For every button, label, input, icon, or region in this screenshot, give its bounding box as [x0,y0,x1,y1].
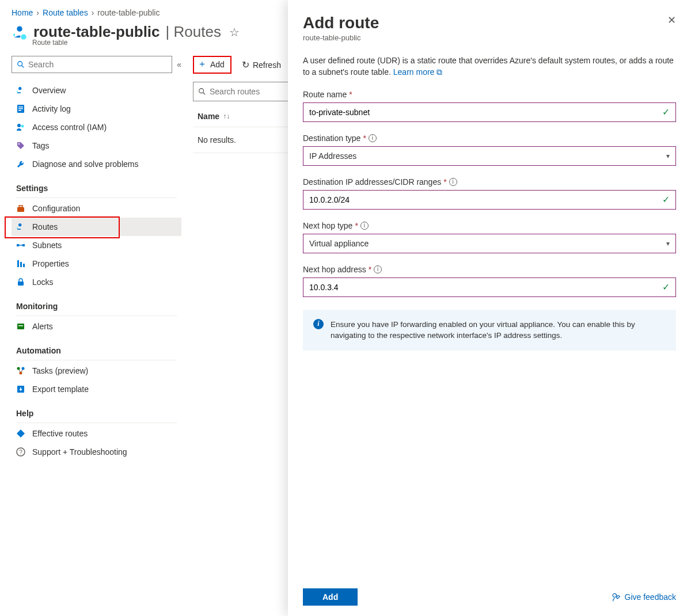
favorite-icon[interactable]: ☆ [229,25,240,39]
sidebar-item-label: Support + Troubleshooting [32,447,127,457]
sidebar-item-export-template[interactable]: Export template [12,380,181,398]
next-hop-type-select[interactable]: Virtual appliance ▾ [303,234,676,253]
field-route-name: Route name * ✓ [303,90,676,122]
people-icon [16,123,26,132]
svg-rect-7 [18,108,23,109]
alerts-icon [16,322,26,331]
svg-rect-8 [18,110,21,111]
sidebar-item-label: Subnets [32,241,62,250]
check-icon: ✓ [662,282,670,292]
sidebar: « Overview Activity log Access control (… [12,56,181,461]
info-notice: i Ensure you have IP forwarding enabled … [303,310,676,351]
panel-subtitle: route-table-public [303,33,379,42]
svg-rect-15 [17,229,21,230]
learn-more-link[interactable]: Learn more ⧉ [393,67,442,77]
sidebar-item-label: Diagnose and solve problems [32,159,138,169]
panel-description: A user defined route (UDR) is a static r… [303,55,676,78]
svg-point-11 [18,143,20,145]
sidebar-item-label: Effective routes [32,429,88,438]
route-name-input[interactable] [309,108,662,117]
tag-icon [16,141,26,150]
sidebar-item-support[interactable]: ? Support + Troubleshooting [12,443,181,461]
sidebar-item-diagnose[interactable]: Diagnose and solve problems [12,155,181,173]
info-icon[interactable]: i [360,222,369,230]
svg-line-31 [203,93,206,95]
properties-icon [16,259,26,268]
sidebar-item-locks[interactable]: Locks [12,273,181,291]
export-icon [16,385,26,394]
sort-icon: ↑↓ [223,112,230,120]
notice-text: Ensure you have IP forwarding enabled on… [331,319,666,341]
svg-rect-22 [17,324,24,329]
refresh-button[interactable]: ↻ Refresh [236,57,287,73]
sidebar-item-label: Tasks (preview) [32,366,88,375]
sidebar-search-input[interactable] [28,60,167,69]
sidebar-item-label: Routes [32,222,58,231]
add-route-panel: Add route route-table-public ✕ A user de… [288,0,691,616]
breadcrumb-sep: › [92,8,94,17]
svg-point-24 [17,367,20,370]
sidebar-item-tags[interactable]: Tags [12,136,181,155]
sidebar-item-configuration[interactable]: Configuration [12,199,181,218]
plus-icon: ＋ [198,58,207,70]
sidebar-item-overview[interactable]: Overview [12,81,181,100]
svg-point-30 [199,89,204,93]
svg-rect-13 [19,206,22,207]
sidebar-item-access-control[interactable]: Access control (IAM) [12,118,181,136]
next-hop-address-input[interactable] [309,283,662,292]
sidebar-item-tasks[interactable]: Tasks (preview) [12,362,181,380]
route-name-input-wrapper[interactable]: ✓ [303,102,676,122]
next-hop-address-input-wrapper[interactable]: ✓ [303,277,676,297]
breadcrumb-route-tables[interactable]: Route tables [43,8,88,17]
svg-line-2 [22,66,24,68]
sidebar-item-label: Overview [32,86,66,95]
sidebar-search[interactable] [12,56,172,73]
svg-point-9 [17,124,21,127]
field-next-hop-address: Next hop address * i ✓ [303,265,676,297]
collapse-sidebar-icon[interactable]: « [177,60,181,69]
search-icon [17,60,25,69]
svg-rect-17 [22,244,25,246]
add-button[interactable]: ＋ Add [193,56,231,74]
destination-ip-input[interactable] [309,195,662,204]
sidebar-item-routes[interactable]: Routes [12,218,181,236]
sidebar-item-properties[interactable]: Properties [12,254,181,273]
svg-rect-19 [20,262,22,267]
check-icon: ✓ [662,107,670,117]
refresh-icon: ↻ [242,59,249,70]
page-title-sub: | Routes [166,23,221,41]
lock-icon [16,277,26,287]
sidebar-section-monitoring: Monitoring [12,291,181,314]
svg-rect-12 [17,207,24,212]
breadcrumb-home[interactable]: Home [12,8,33,17]
svg-point-25 [22,367,25,370]
check-icon: ✓ [662,194,670,205]
submit-add-button[interactable]: Add [303,588,358,606]
sidebar-item-subnets[interactable]: Subnets [12,236,181,254]
panel-title: Add route [303,14,379,32]
svg-point-1 [18,62,22,66]
sidebar-item-activity-log[interactable]: Activity log [12,100,181,118]
sidebar-item-alerts[interactable]: Alerts [12,317,181,336]
info-icon[interactable]: i [374,265,382,273]
route-icon [16,222,26,231]
route-table-icon [16,86,26,95]
next-hop-type-label: Next hop type * i [303,221,676,230]
svg-rect-21 [18,282,24,286]
toolbox-icon [16,204,26,213]
sidebar-item-label: Alerts [32,322,53,331]
breadcrumb-current: route-table-public [97,8,160,17]
info-icon[interactable]: i [369,134,377,142]
info-icon[interactable]: i [449,178,457,186]
destination-ip-input-wrapper[interactable]: ✓ [303,190,676,210]
svg-rect-20 [23,264,25,267]
destination-type-select[interactable]: IP Addresses ▾ [303,146,676,166]
route-table-icon [12,24,28,40]
sidebar-item-label: Configuration [32,204,80,213]
route-name-label: Route name * [303,90,676,99]
sidebar-item-effective-routes[interactable]: Effective routes [12,424,181,443]
close-icon[interactable]: ✕ [667,14,676,26]
breadcrumb-sep: › [36,8,39,17]
next-hop-type-value: Virtual appliance [309,239,666,248]
give-feedback-link[interactable]: Give feedback [611,592,677,602]
